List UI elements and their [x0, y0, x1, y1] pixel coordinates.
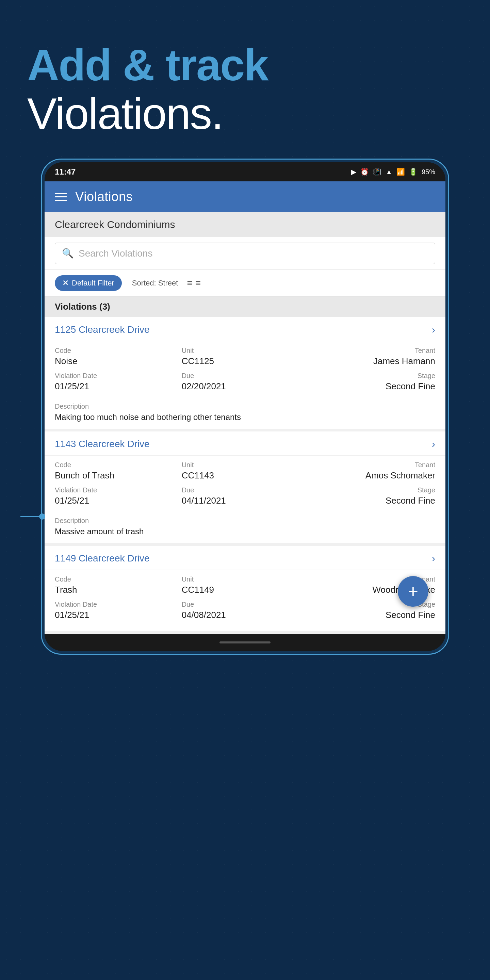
battery-icon: 🔋 — [409, 168, 417, 176]
violation-1-due-label: Due — [182, 372, 309, 380]
violation-2-tenant-value: Amos Schomaker — [366, 470, 435, 481]
app-bar: Violations — [45, 181, 445, 212]
search-input[interactable]: Search Violations — [79, 248, 153, 259]
violation-3-due-value: 04/08/2021 — [182, 610, 309, 620]
search-box[interactable]: 🔍 Search Violations — [55, 243, 435, 264]
phone-frame-wrapper: 11:47 ▶ ⏰ 📳 ▲ 📶 🔋 95% — [41, 159, 449, 655]
page-wrapper: Add & track Violations. 11:47 ▶ ⏰ 📳 ▲ 📶 … — [0, 0, 490, 980]
violation-1-tenant-label: Tenant — [415, 347, 435, 355]
filter-chip-close-icon[interactable]: ✕ — [62, 279, 68, 288]
violation-2-code-value: Bunch of Trash — [55, 470, 182, 481]
connector-line — [21, 516, 44, 517]
sort-ascending-icon[interactable]: ≡ — [187, 278, 192, 288]
sort-icons: ≡ ≡ — [187, 278, 201, 288]
violation-2-description-label: Description — [55, 517, 435, 525]
sort-label: Sorted: Street — [132, 279, 178, 288]
violation-1-date-label: Violation Date — [55, 372, 182, 380]
status-icons: ▶ ⏰ 📳 ▲ 📶 🔋 95% — [351, 168, 435, 176]
violation-1-unit-col: Unit CC1125 — [182, 347, 309, 366]
violation-3-due-col: Due 04/08/2021 — [182, 601, 309, 620]
violation-card-3-header[interactable]: 1149 Clearcreek Drive › — [45, 546, 445, 570]
violation-2-stage-value: Second Fine — [385, 495, 435, 506]
vibrate-icon: 📳 — [373, 168, 382, 176]
search-container: 🔍 Search Violations — [45, 237, 445, 270]
violation-2-unit-col: Unit CC1143 — [182, 461, 309, 481]
violation-card-3: 1149 Clearcreek Drive › Code Trash — [45, 546, 445, 634]
violation-1-date-value: 01/25/21 — [55, 381, 182, 392]
violation-3-address: 1149 Clearcreek Drive — [55, 553, 150, 564]
violation-2-date-label: Violation Date — [55, 486, 182, 494]
sort-descending-icon[interactable]: ≡ — [195, 278, 201, 288]
violation-3-unit-label: Unit — [182, 576, 309, 583]
filter-bar: ✕ Default Filter Sorted: Street ≡ ≡ — [45, 270, 445, 297]
filter-chip-label: Default Filter — [72, 279, 115, 288]
violation-1-code-col: Code Noise — [55, 347, 182, 366]
violation-1-code-label: Code — [55, 347, 182, 355]
phone-outer-border: 11:47 ▶ ⏰ 📳 ▲ 📶 🔋 95% — [41, 159, 449, 655]
violation-3-unit-col: Unit CC1149 — [182, 576, 309, 595]
violation-1-due-value: 02/20/2021 — [182, 381, 309, 392]
violation-2-address: 1143 Clearcreek Drive — [55, 439, 150, 450]
phone-screen: Clearcreek Condominiums 🔍 Search Violati… — [45, 212, 445, 634]
violation-1-address: 1125 Clearcreek Drive — [55, 324, 150, 335]
violation-3-date-value: 01/25/21 — [55, 610, 182, 620]
filter-chip[interactable]: ✕ Default Filter — [55, 275, 122, 291]
hero-title-white: Violations. — [27, 89, 463, 138]
violation-2-date-col: Violation Date 01/25/21 — [55, 486, 182, 506]
violation-1-stage-label: Stage — [417, 372, 435, 380]
status-time: 11:47 — [55, 167, 76, 177]
violation-1-code-value: Noise — [55, 356, 182, 366]
violation-1-stage-value: Second Fine — [385, 381, 435, 392]
violation-1-description-value: Making too much noise and bothering othe… — [55, 412, 435, 422]
signal-icon: 📶 — [396, 168, 405, 176]
violation-2-date-value: 01/25/21 — [55, 495, 182, 506]
violation-3-row-2: Violation Date 01/25/21 Due 04/08/2021 S… — [55, 601, 435, 620]
violation-2-unit-value: CC1143 — [182, 470, 309, 481]
wifi-icon: ▲ — [385, 168, 392, 176]
battery-text: 95% — [422, 168, 435, 176]
violation-2-description-value: Massive amount of trash — [55, 527, 435, 536]
violation-3-row-1: Code Trash Unit CC1149 Tenant — [55, 576, 435, 595]
violation-2-row-1: Code Bunch of Trash Unit CC1143 Tenant — [55, 461, 435, 481]
alarm-icon: ⏰ — [360, 168, 369, 176]
hero-section: Add & track Violations. — [0, 0, 490, 159]
violation-1-description-label: Description — [55, 402, 435, 410]
home-bar-indicator — [220, 641, 270, 643]
violation-3-code-value: Trash — [55, 585, 182, 595]
violation-1-date-col: Violation Date 01/25/21 — [55, 372, 182, 392]
violation-3-unit-value: CC1149 — [182, 585, 309, 595]
violation-card-1-header[interactable]: 1125 Clearcreek Drive › — [45, 317, 445, 341]
violation-2-due-value: 04/11/2021 — [182, 495, 309, 506]
violation-1-unit-value: CC1125 — [182, 356, 309, 366]
violations-list: 1125 Clearcreek Drive › Code Noise — [45, 317, 445, 634]
property-name-bar: Clearcreek Condominiums — [45, 212, 445, 237]
violation-2-code-label: Code — [55, 461, 182, 469]
violation-2-tenant-col: Tenant Amos Schomaker — [308, 461, 435, 481]
violation-card-1: 1125 Clearcreek Drive › Code Noise — [45, 317, 445, 431]
home-bar — [45, 634, 445, 651]
violation-1-row-1: Code Noise Unit CC1125 Tenant — [55, 347, 435, 366]
property-name: Clearcreek Condominiums — [55, 219, 175, 230]
violation-1-unit-label: Unit — [182, 347, 309, 355]
youtube-icon: ▶ — [351, 168, 356, 176]
violation-3-code-label: Code — [55, 576, 182, 583]
violation-2-details: Code Bunch of Trash Unit CC1143 Tenant — [45, 456, 445, 517]
violation-3-chevron-icon: › — [432, 553, 435, 564]
violations-count-label: Violations (3) — [55, 301, 110, 312]
violation-1-tenant-col: Tenant James Hamann — [308, 347, 435, 366]
violation-2-code-col: Code Bunch of Trash — [55, 461, 182, 481]
violation-3-date-col: Violation Date 01/25/21 — [55, 601, 182, 620]
violation-3-date-label: Violation Date — [55, 601, 182, 608]
violation-2-due-col: Due 04/11/2021 — [182, 486, 309, 506]
violation-2-tenant-label: Tenant — [415, 461, 435, 469]
violation-3-details: Code Trash Unit CC1149 Tenant — [45, 570, 445, 631]
hamburger-menu-icon[interactable] — [55, 193, 67, 201]
violation-3-due-label: Due — [182, 601, 309, 608]
add-violation-fab-button[interactable]: + — [398, 576, 428, 607]
violation-2-stage-col: Stage Second Fine — [308, 486, 435, 506]
violation-1-details: Code Noise Unit CC1125 Tenant — [45, 341, 445, 402]
violation-2-row-2: Violation Date 01/25/21 Due 04/11/2021 S… — [55, 486, 435, 506]
violation-2-description-section: Description Massive amount of trash — [45, 517, 445, 543]
violation-card-2-header[interactable]: 1143 Clearcreek Drive › — [45, 431, 445, 456]
status-bar: 11:47 ▶ ⏰ 📳 ▲ 📶 🔋 95% — [45, 162, 445, 181]
